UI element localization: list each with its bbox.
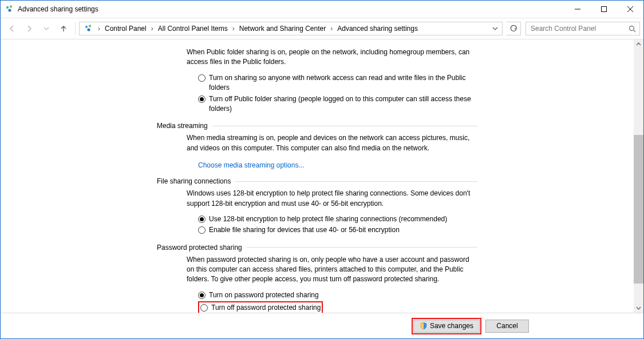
public-folder-description: When Public folder sharing is on, people… (187, 47, 477, 67)
search-box[interactable] (526, 22, 640, 35)
media-streaming-link[interactable]: Choose media streaming options... (198, 161, 304, 169)
breadcrumb-network-sharing[interactable]: Network and Sharing Center (237, 22, 328, 35)
encryption-128-option[interactable]: Use 128-bit encryption to help protect f… (198, 214, 477, 224)
chevron-right-icon[interactable]: › (149, 25, 156, 33)
media-streaming-description: When media streaming is on, people and d… (187, 133, 477, 153)
option-label: Use 128-bit encryption to help protect f… (209, 214, 447, 224)
vertical-scrollbar[interactable] (634, 39, 643, 313)
refresh-button[interactable] (506, 22, 521, 35)
forward-button[interactable] (21, 21, 37, 37)
address-dropdown-button[interactable] (489, 22, 501, 35)
scroll-down-button[interactable] (634, 303, 643, 313)
option-label: Turn off Public folder sharing (people l… (209, 94, 477, 114)
divider (212, 126, 477, 126)
cancel-button[interactable]: Cancel (485, 320, 529, 333)
app-icon (5, 5, 14, 14)
radio-icon[interactable] (198, 95, 206, 103)
button-label: Save changes (430, 322, 473, 330)
option-label: Turn on password protected sharing (209, 290, 319, 300)
nav-separator (75, 22, 76, 35)
radio-icon[interactable] (198, 292, 206, 299)
breadcrumb-all-items[interactable]: All Control Panel Items (156, 22, 230, 35)
encryption-4056-option[interactable]: Enable file sharing for devices that use… (198, 225, 477, 235)
radio-icon[interactable] (198, 74, 206, 82)
search-input[interactable] (530, 24, 626, 33)
minimize-button[interactable] (564, 1, 591, 18)
section-title: File sharing connections (157, 177, 231, 185)
shield-icon (420, 322, 428, 330)
save-changes-button[interactable]: Save changes (413, 320, 480, 333)
section-title: Password protected sharing (157, 244, 242, 252)
public-folder-off-option[interactable]: Turn off Public folder sharing (people l… (198, 94, 477, 114)
svg-point-0 (6, 6, 9, 9)
recent-locations-button[interactable] (38, 21, 54, 37)
file-sharing-description: Windows uses 128-bit encryption to help … (187, 189, 477, 209)
divider (235, 181, 477, 182)
password-sharing-description: When password protected sharing is on, o… (187, 255, 477, 285)
address-icon (82, 22, 96, 35)
option-label: Turn on sharing so anyone with network a… (209, 73, 477, 93)
back-button[interactable] (4, 21, 20, 37)
option-label: Turn off password protected sharing (211, 303, 321, 313)
button-label: Cancel (496, 322, 517, 330)
svg-rect-4 (602, 7, 607, 12)
svg-point-1 (10, 5, 12, 7)
chevron-right-icon[interactable]: › (230, 25, 237, 33)
radio-icon[interactable] (200, 304, 208, 312)
up-button[interactable] (56, 21, 72, 37)
svg-point-9 (87, 28, 90, 31)
svg-line-11 (634, 30, 636, 32)
scroll-up-button[interactable] (634, 39, 643, 49)
svg-point-2 (8, 9, 11, 11)
password-on-option[interactable]: Turn on password protected sharing (198, 290, 477, 300)
option-label: Enable file sharing for devices that use… (209, 225, 400, 235)
titlebar: Advanced sharing settings (1, 1, 643, 18)
public-folder-on-option[interactable]: Turn on sharing so anyone with network a… (198, 73, 477, 93)
chevron-right-icon[interactable]: › (96, 25, 102, 33)
close-button[interactable] (617, 1, 643, 18)
file-sharing-header: File sharing connections (157, 177, 477, 185)
section-title: Media streaming (157, 122, 208, 130)
chevron-right-icon[interactable]: › (328, 25, 335, 33)
navbar: › Control Panel › All Control Panel Item… (1, 18, 643, 39)
svg-point-10 (630, 26, 634, 30)
content-pane: When Public folder sharing is on, people… (1, 39, 634, 313)
password-sharing-header: Password protected sharing (157, 244, 477, 252)
client-area: When Public folder sharing is on, people… (1, 39, 643, 313)
breadcrumb-control-panel[interactable]: Control Panel (102, 22, 149, 35)
address-bar[interactable]: › Control Panel › All Control Panel Item… (79, 22, 503, 35)
breadcrumb-advanced-sharing[interactable]: Advanced sharing settings (335, 22, 420, 35)
maximize-button[interactable] (591, 1, 617, 18)
scrollbar-track[interactable] (634, 49, 643, 303)
bottom-bar: Save changes Cancel (1, 313, 643, 338)
search-icon[interactable] (629, 25, 636, 33)
password-off-option[interactable]: Turn off password protected sharing (200, 303, 321, 313)
media-streaming-header: Media streaming (157, 122, 477, 130)
svg-point-7 (85, 26, 88, 28)
radio-icon[interactable] (198, 216, 206, 223)
divider (247, 247, 477, 248)
window-frame: Advanced sharing settings (0, 0, 644, 339)
scrollbar-thumb[interactable] (634, 135, 643, 284)
highlight-annotation: Turn off password protected sharing (198, 301, 323, 313)
radio-icon[interactable] (198, 226, 206, 234)
svg-point-8 (89, 25, 91, 27)
window-title: Advanced sharing settings (18, 5, 98, 13)
